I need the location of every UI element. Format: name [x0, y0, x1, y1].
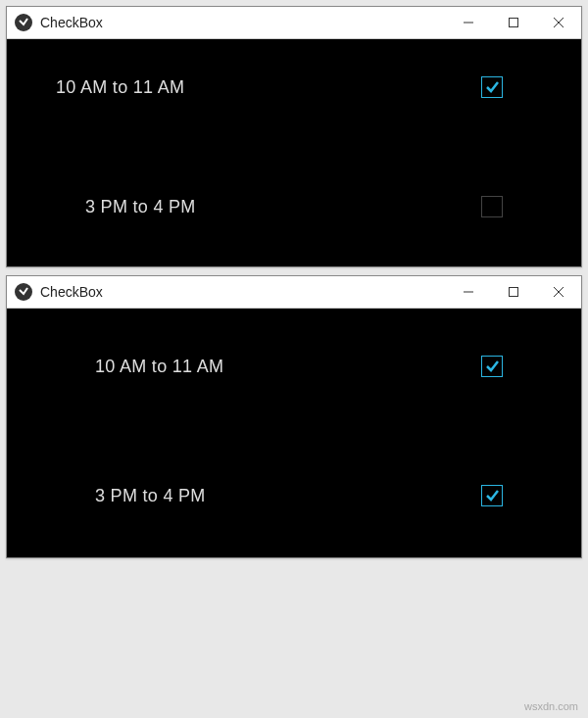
window-title: CheckBox: [40, 284, 103, 300]
window-title: CheckBox: [40, 15, 103, 30]
window-content: 10 AM to 11 AM 3 PM to 4 PM: [7, 308, 581, 557]
checkbox-label: 10 AM to 11 AM: [95, 357, 223, 377]
close-button[interactable]: [536, 7, 581, 38]
checkbox-row: 10 AM to 11 AM: [95, 356, 532, 377]
checkbox-row: 10 AM to 11 AM: [56, 76, 532, 98]
titlebar[interactable]: CheckBox: [7, 276, 581, 308]
checkbox-label: 3 PM to 4 PM: [95, 486, 206, 506]
window-controls: [446, 7, 581, 38]
svg-rect-5: [510, 288, 518, 297]
window-controls: [446, 276, 581, 308]
svg-rect-1: [510, 19, 518, 27]
checkbox-checked[interactable]: [481, 356, 503, 377]
app-icon: [15, 283, 32, 301]
minimize-button[interactable]: [446, 7, 491, 38]
app-icon: [15, 14, 32, 31]
maximize-button[interactable]: [491, 276, 536, 308]
checkbox-unchecked[interactable]: [481, 196, 503, 217]
checkbox-checked[interactable]: [481, 485, 503, 506]
window-content: 10 AM to 11 AM 3 PM to 4 PM: [7, 38, 581, 266]
close-button[interactable]: [536, 276, 581, 308]
checkbox-row: 3 PM to 4 PM: [95, 485, 532, 506]
checkbox-row: 3 PM to 4 PM: [56, 196, 532, 217]
checkbox-label: 3 PM to 4 PM: [85, 197, 196, 217]
checkbox-checked[interactable]: [481, 76, 503, 98]
titlebar[interactable]: CheckBox: [7, 7, 581, 38]
window-1: CheckBox 10 AM to 11 AM 3 PM to 4 PM: [6, 6, 582, 267]
minimize-button[interactable]: [446, 276, 491, 308]
maximize-button[interactable]: [491, 7, 536, 38]
checkbox-label: 10 AM to 11 AM: [56, 77, 184, 98]
window-2: CheckBox 10 AM to 11 AM 3 PM to 4 PM: [6, 275, 582, 558]
